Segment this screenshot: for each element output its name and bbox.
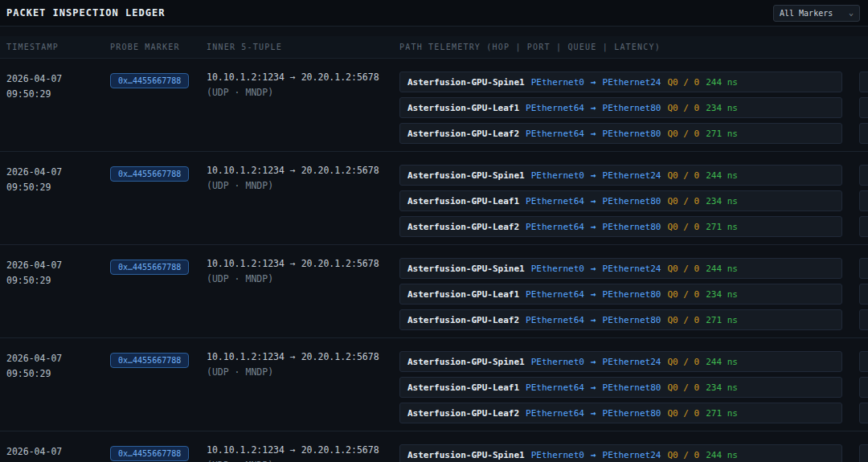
hop-item: Asterfusion-GPU-Leaf2 PEthernet64 → PEth…: [399, 123, 842, 144]
hop-latency: 234 ns: [706, 289, 738, 300]
tuple-protocol: (UDP · MNDP): [207, 273, 399, 284]
hop-queue: Q0 / 0: [667, 450, 699, 460]
hop-extra-box: [859, 309, 868, 330]
hop-in-port: PEthernet0: [531, 264, 584, 274]
row-time: 09:50:29: [6, 273, 110, 288]
hop-device: Asterfusion-GPU-Leaf2: [407, 315, 519, 325]
hop-extra-box: [859, 216, 868, 237]
hop-latency: 244 ns: [706, 77, 738, 88]
row-date: 2026-04-07: [6, 351, 110, 366]
hop-latency: 244 ns: [706, 357, 738, 367]
timestamp-cell: 2026-04-07 09:50:29: [6, 72, 110, 102]
arrow-right-icon: →: [591, 289, 596, 300]
hop-latency: 234 ns: [706, 103, 738, 113]
tuple-endpoints: 10.10.1.2:1234 → 20.20.1.2:5678: [207, 258, 399, 269]
probe-marker-cell: 0x…4455667788: [110, 258, 207, 275]
table-header-row: TIMESTAMP PROBE MARKER INNER 5-TUPLE PAT…: [0, 36, 868, 59]
hop-out-port: PEthernet24: [603, 77, 661, 88]
hop-queue: Q0 / 0: [667, 170, 699, 181]
hop-latency: 244 ns: [706, 170, 738, 181]
tuple-protocol: (UDP · MNDP): [207, 366, 399, 378]
arrow-right-icon: →: [591, 264, 596, 274]
hop-extra-box: [859, 377, 868, 398]
arrow-right-icon: →: [591, 170, 596, 181]
hop-in-port: PEthernet64: [526, 196, 584, 206]
hop-list: Asterfusion-GPU-Spine1 PEthernet0 → PEth…: [399, 444, 842, 462]
arrow-right-icon: →: [591, 450, 596, 460]
hop-queue: Q0 / 0: [667, 289, 699, 300]
col-header-cutoff: [842, 43, 868, 51]
row-date: 2026-04-07: [6, 165, 110, 180]
hop-out-port: PEthernet80: [603, 382, 661, 393]
hop-latency: 244 ns: [706, 264, 738, 274]
hop-item: Asterfusion-GPU-Spine1 PEthernet0 → PEth…: [399, 258, 842, 279]
marker-filter-value: All Markers: [780, 9, 833, 18]
hop-extra-box: [859, 403, 868, 423]
hop-item: Asterfusion-GPU-Spine1 PEthernet0 → PEth…: [399, 351, 842, 372]
col-header-timestamp: TIMESTAMP: [6, 43, 110, 51]
row-time: 09:50:29: [6, 366, 110, 382]
ledger-body: 2026-04-07 09:50:29 0x…4455667788 10.10.…: [0, 59, 868, 462]
hop-extra-col: [842, 258, 868, 330]
probe-marker-badge[interactable]: 0x…4455667788: [110, 260, 189, 275]
hop-extra-col: [842, 165, 868, 237]
hop-queue: Q0 / 0: [667, 77, 699, 88]
probe-marker-badge[interactable]: 0x…4455667788: [110, 446, 189, 461]
ledger-row: 2026-04-07 09:50:29 0x…4455667788 10.10.…: [0, 152, 868, 245]
hop-queue: Q0 / 0: [667, 408, 699, 419]
probe-marker-badge[interactable]: 0x…4455667788: [110, 166, 189, 182]
probe-marker-cell: 0x…4455667788: [110, 165, 207, 182]
page-title: PACKET INSPECTION LEDGER: [6, 7, 165, 18]
probe-marker-cell: 0x…4455667788: [110, 72, 207, 88]
hop-in-port: PEthernet0: [531, 450, 584, 460]
tuple-endpoints: 10.10.1.2:1234 → 20.20.1.2:5678: [207, 444, 399, 456]
hop-latency: 244 ns: [706, 450, 738, 460]
hop-device: Asterfusion-GPU-Leaf2: [407, 129, 519, 139]
hop-item: Asterfusion-GPU-Spine1 PEthernet0 → PEth…: [399, 72, 842, 92]
arrow-right-icon: →: [591, 129, 596, 139]
hop-extra-box: [859, 97, 868, 118]
hop-extra-box: [859, 258, 868, 279]
ledger-row: 2026-04-07 09:50:29 0x…4455667788 10.10.…: [0, 245, 868, 338]
hop-queue: Q0 / 0: [667, 103, 699, 113]
hop-queue: Q0 / 0: [667, 196, 699, 206]
ledger-row: 2026-04-07 09:50:29 0x…4455667788 10.10.…: [0, 338, 868, 431]
probe-marker-badge[interactable]: 0x…4455667788: [110, 353, 189, 368]
hop-extra-box: [859, 190, 868, 211]
hop-item: Asterfusion-GPU-Leaf1 PEthernet64 → PEth…: [399, 377, 842, 398]
hop-queue: Q0 / 0: [667, 264, 699, 274]
hop-in-port: PEthernet64: [526, 315, 584, 325]
hop-out-port: PEthernet80: [603, 315, 661, 325]
hop-extra-box: [859, 123, 868, 144]
timestamp-cell: 2026-04-07 09:50:29: [6, 351, 110, 382]
hop-device: Asterfusion-GPU-Leaf1: [407, 382, 519, 393]
tuple-cell: 10.10.1.2:1234 → 20.20.1.2:5678 (UDP · M…: [207, 72, 399, 98]
probe-marker-badge[interactable]: 0x…4455667788: [110, 73, 189, 88]
hop-out-port: PEthernet24: [603, 264, 661, 274]
hop-item: Asterfusion-GPU-Leaf1 PEthernet64 → PEth…: [399, 97, 842, 118]
hop-queue: Q0 / 0: [667, 357, 699, 367]
tuple-cell: 10.10.1.2:1234 → 20.20.1.2:5678 (UDP · M…: [207, 165, 399, 191]
tuple-protocol: (UDP · MNDP): [207, 87, 399, 98]
tuple-endpoints: 10.10.1.2:1234 → 20.20.1.2:5678: [207, 165, 399, 176]
hop-device: Asterfusion-GPU-Spine1: [407, 450, 525, 460]
hop-in-port: PEthernet64: [526, 103, 584, 113]
col-header-inner-5-tuple: INNER 5-TUPLE: [207, 43, 399, 51]
hop-in-port: PEthernet0: [531, 170, 584, 181]
hop-device: Asterfusion-GPU-Leaf1: [407, 103, 519, 113]
hop-in-port: PEthernet64: [526, 129, 584, 139]
hop-in-port: PEthernet64: [526, 222, 584, 232]
hop-item: Asterfusion-GPU-Leaf2 PEthernet64 → PEth…: [399, 309, 842, 330]
hop-queue: Q0 / 0: [667, 222, 699, 232]
arrow-right-icon: →: [591, 77, 596, 88]
hop-extra-col: [842, 72, 868, 144]
hop-queue: Q0 / 0: [667, 315, 699, 325]
col-header-probe-marker: PROBE MARKER: [110, 43, 207, 51]
hop-item: Asterfusion-GPU-Leaf1 PEthernet64 → PEth…: [399, 284, 842, 305]
tuple-endpoints: 10.10.1.2:1234 → 20.20.1.2:5678: [207, 72, 399, 83]
timestamp-cell: 2026-04-07 09:50:29: [6, 258, 110, 288]
hop-in-port: PEthernet0: [531, 357, 584, 367]
hop-device: Asterfusion-GPU-Spine1: [407, 77, 525, 88]
marker-filter-select[interactable]: All Markers ⌄: [773, 5, 860, 22]
arrow-right-icon: →: [591, 315, 596, 325]
